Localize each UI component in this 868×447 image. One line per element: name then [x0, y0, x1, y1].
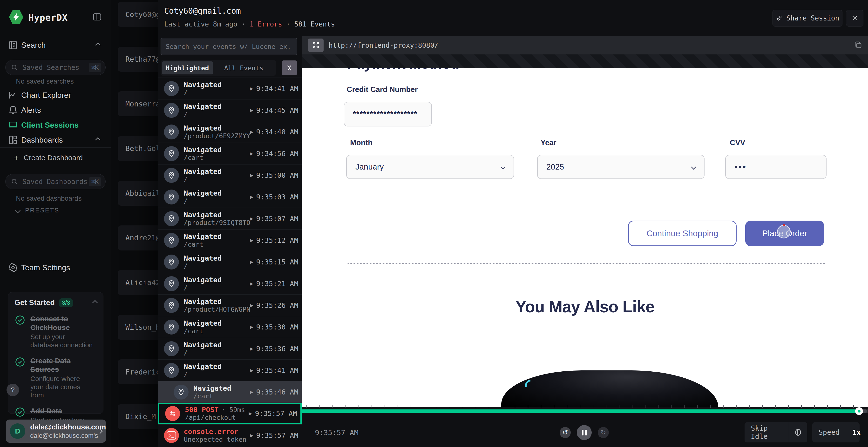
timeline-tick: [424, 405, 424, 408]
expand-fullscreen-button[interactable]: [308, 38, 323, 52]
timeline-tick: [736, 405, 737, 408]
chevron-up-icon[interactable]: [92, 300, 98, 306]
sidebar-item-client-sessions[interactable]: Client Sessions: [0, 118, 111, 132]
play-from-here-icon[interactable]: ▶: [250, 129, 253, 135]
sidebar-item-team-settings[interactable]: Team Settings: [0, 261, 111, 275]
speed-button[interactable]: Speed: [812, 428, 846, 437]
event-row[interactable]: >_ Navigated /cart ▶ 9:34:56 AM: [158, 143, 302, 164]
session-card[interactable]: Andre21@: [118, 226, 158, 250]
session-user: Alicia42: [125, 278, 158, 287]
play-from-here-icon[interactable]: ▶: [250, 324, 253, 330]
event-row[interactable]: >_ 500 POST· 59ms /api/checkout ▶ 9:35:5…: [158, 403, 302, 424]
event-time: 9:35:15 AM: [256, 258, 298, 266]
cvv-input[interactable]: •••: [725, 155, 827, 179]
rewind-button[interactable]: ↺: [560, 427, 571, 438]
get-started-item[interactable]: Connect to ClickHouse Set up your databa…: [14, 314, 97, 349]
event-row[interactable]: >_ console.error Unexpected token 'I'… ▶…: [158, 424, 302, 446]
speed-value[interactable]: 1x: [846, 428, 867, 437]
session-card[interactable]: Wilson_H: [118, 315, 158, 340]
event-row[interactable]: >_ Navigated / ▶ 9:34:45 AM: [158, 99, 302, 121]
session-card[interactable]: Beth.Gol: [118, 136, 158, 161]
divider: [0, 55, 111, 55]
session-card[interactable]: Frederic: [118, 359, 158, 384]
event-row[interactable]: >_ Navigated / ▶ 9:35:00 AM: [158, 164, 302, 186]
play-from-here-icon[interactable]: ▶: [250, 216, 253, 221]
tab-all-events[interactable]: All Events: [213, 61, 275, 74]
timeline-tick: [411, 405, 411, 408]
session-card[interactable]: Retha77@: [118, 47, 158, 72]
shortcut-badge: ⌘K: [89, 177, 101, 186]
event-row[interactable]: >_ Navigated /product/9SIQT8TOJO ▶ 9:35:…: [158, 208, 302, 229]
play-from-here-icon[interactable]: ▶: [250, 108, 253, 113]
timeline-playhead[interactable]: [855, 407, 863, 415]
month-select[interactable]: January: [346, 155, 514, 179]
event-path: /: [184, 284, 224, 291]
event-row[interactable]: >_ Navigated / ▶ 9:35:21 AM: [158, 273, 302, 294]
event-row[interactable]: >_ Navigated / ▶ 9:35:36 AM: [158, 338, 302, 359]
saved-dashboards-input[interactable]: Saved Dashboards ⌘K: [5, 174, 105, 189]
session-user: Wilson_H: [125, 323, 158, 332]
skip-idle-button[interactable]: Skip Idle: [745, 424, 789, 441]
event-row[interactable]: >_ Navigated / ▶ 9:35:41 AM: [158, 359, 302, 381]
sidebar-collapse-icon[interactable]: [92, 12, 102, 22]
timeline-tick: [814, 405, 815, 408]
event-row[interactable]: >_ Navigated /product/HQTGWGPNH4 ▶ 9:35:…: [158, 294, 302, 316]
play-from-here-icon[interactable]: ▶: [250, 86, 253, 91]
forward-button[interactable]: ↻: [598, 427, 609, 438]
cvv-label: CVV: [730, 138, 745, 147]
event-row[interactable]: >_ Navigated /cart ▶ 9:35:46 AM: [158, 381, 302, 403]
event-row[interactable]: >_ Navigated / ▶ 9:34:41 AM: [158, 77, 302, 99]
shortcut-badge: ⌘K: [89, 63, 101, 72]
create-dashboard-button[interactable]: + Create Dashboard: [0, 151, 111, 165]
location-pin-icon: [167, 237, 175, 244]
cc-number-input[interactable]: *******************: [344, 102, 432, 127]
play-from-here-icon[interactable]: ▶: [250, 151, 253, 156]
event-row[interactable]: >_ Navigated / ▶ 9:35:15 AM: [158, 251, 302, 273]
sidebar-item-dashboards[interactable]: Dashboards: [0, 133, 111, 147]
continue-shopping-button[interactable]: Continue Shopping: [628, 220, 737, 246]
sidebar-item-search[interactable]: Search: [0, 38, 111, 52]
sidebar-item-label: Search: [21, 41, 45, 49]
play-from-here-icon[interactable]: ▶: [250, 303, 253, 308]
session-card[interactable]: Monserra: [118, 91, 158, 116]
session-card[interactable]: Dixie_M: [118, 404, 158, 429]
year-select[interactable]: 2025: [537, 155, 705, 179]
sidebar-item-chart-explorer[interactable]: Chart Explorer: [0, 88, 111, 102]
play-from-here-icon[interactable]: ▶: [250, 346, 253, 351]
place-order-button[interactable]: Place Order: [745, 220, 824, 246]
timeline-tick: [567, 405, 567, 408]
session-card[interactable]: Coty60@g: [118, 2, 158, 27]
timeline-tick: [801, 405, 802, 408]
location-pin-icon: [167, 193, 175, 201]
chevron-down-icon: [691, 164, 696, 169]
get-started-item[interactable]: Create Data Sources Configure where your…: [14, 356, 97, 399]
skip-idle-toggle-icon[interactable]: [795, 429, 801, 436]
event-row[interactable]: >_ Navigated / ▶ 9:35:03 AM: [158, 186, 302, 208]
event-row[interactable]: >_ Navigated /cart ▶ 9:35:12 AM: [158, 229, 302, 251]
collapse-events-button[interactable]: [282, 61, 297, 75]
play-from-here-icon[interactable]: ▶: [250, 194, 253, 200]
play-from-here-icon[interactable]: ▶: [250, 173, 253, 178]
event-row[interactable]: >_ Navigated /cart ▶ 9:35:30 AM: [158, 316, 302, 338]
saved-searches-input[interactable]: Saved Searches ⌘K: [5, 60, 105, 75]
play-from-here-icon[interactable]: ▶: [250, 433, 253, 438]
play-from-here-icon[interactable]: ▶: [249, 411, 252, 416]
event-search-input[interactable]: [161, 38, 297, 55]
play-from-here-icon[interactable]: ▶: [250, 389, 253, 395]
play-from-here-icon[interactable]: ▶: [250, 238, 253, 243]
sidebar-item-alerts[interactable]: Alerts: [0, 103, 111, 117]
timeline-scrubber[interactable]: [302, 409, 868, 413]
user-menu[interactable]: D dale@clickhouse.com dale@clickhouse.co…: [6, 419, 106, 443]
help-button[interactable]: ?: [6, 384, 19, 396]
month-value: January: [355, 162, 383, 171]
play-from-here-icon[interactable]: ▶: [250, 281, 253, 286]
copy-icon[interactable]: [854, 40, 863, 49]
pause-button[interactable]: [577, 425, 592, 440]
event-row[interactable]: >_ Navigated /product/6E92ZMYYFZ ▶ 9:34:…: [158, 121, 302, 143]
play-from-here-icon[interactable]: ▶: [250, 368, 253, 373]
play-from-here-icon[interactable]: ▶: [250, 260, 253, 265]
presets-toggle[interactable]: PRESETS: [16, 207, 59, 214]
tab-highlighted[interactable]: Highlighted: [162, 61, 213, 74]
session-card[interactable]: Alicia42: [118, 270, 158, 295]
session-card[interactable]: Abbigail: [118, 181, 158, 206]
